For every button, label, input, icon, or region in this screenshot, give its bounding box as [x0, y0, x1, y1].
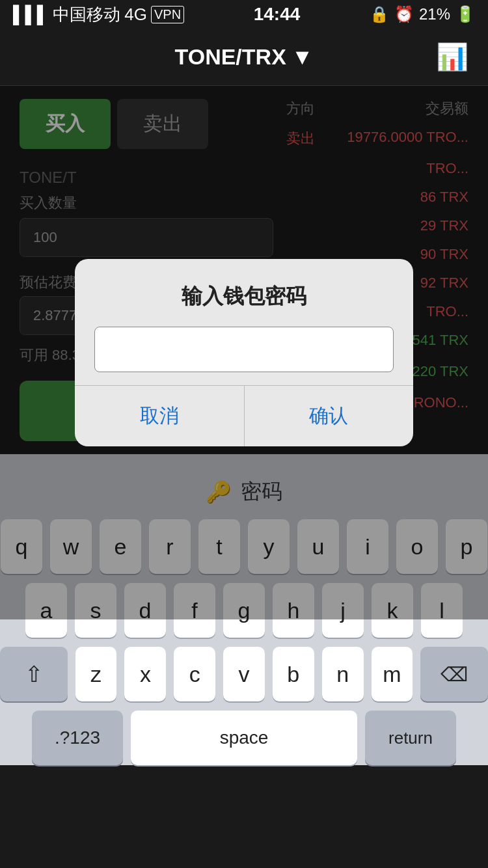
pair-title: TONE/TRX [175, 44, 286, 70]
shift-key[interactable]: ⇧ [0, 647, 68, 701]
modal-buttons: 取消 确认 [75, 385, 413, 446]
status-bar: ▌▌▌ 中国移动 4G VPN 14:44 🔒 ⏰ 21% 🔋 [0, 0, 488, 29]
delete-key[interactable]: ⌫ [420, 647, 488, 701]
modal-input-wrap [75, 327, 413, 385]
status-left: ▌▌▌ 中国移动 4G VPN [13, 3, 184, 26]
modal-title: 输入钱包密码 [75, 259, 413, 327]
cancel-button[interactable]: 取消 [75, 386, 245, 446]
dropdown-icon: ▼ [291, 44, 314, 70]
header-title[interactable]: TONE/TRX ▼ [175, 44, 314, 70]
key-c[interactable]: c [174, 647, 215, 701]
password-modal: 输入钱包密码 取消 确认 [75, 259, 413, 446]
key-v[interactable]: v [223, 647, 265, 701]
lock-icon: 🔒 [370, 5, 389, 23]
modal-overlay: 输入钱包密码 取消 确认 [0, 86, 488, 619]
return-key[interactable]: return [365, 711, 456, 765]
header: TONE/TRX ▼ 📊 [0, 29, 488, 86]
status-right: 🔒 ⏰ 21% 🔋 [370, 5, 475, 23]
battery-icon: 🔋 [455, 5, 475, 23]
keyboard-row-4: .?123 space return [0, 711, 488, 765]
password-input[interactable] [94, 327, 394, 372]
symbols-key[interactable]: .?123 [32, 711, 123, 765]
vpn-label: VPN [151, 6, 184, 23]
chart-icon[interactable]: 📊 [436, 42, 468, 72]
key-n[interactable]: n [322, 647, 364, 701]
carrier-label: 中国移动 [53, 3, 120, 26]
signal-icon: ▌▌▌ [13, 5, 49, 25]
keyboard-row-3: ⇧ z x c v b n m ⌫ [0, 647, 488, 701]
battery-label: 21% [419, 5, 450, 23]
key-z[interactable]: z [75, 647, 117, 701]
status-time: 14:44 [254, 4, 301, 25]
key-x[interactable]: x [124, 647, 166, 701]
key-m[interactable]: m [372, 647, 413, 701]
network-label: 4G [124, 5, 147, 25]
confirm-button[interactable]: 确认 [245, 386, 414, 446]
key-b[interactable]: b [273, 647, 314, 701]
space-key[interactable]: space [131, 711, 357, 765]
alarm-icon: ⏰ [394, 5, 414, 23]
